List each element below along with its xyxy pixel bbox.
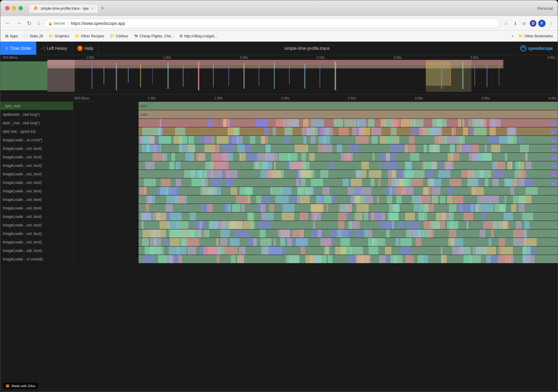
back-button[interactable]: ←	[3, 19, 12, 28]
ellipsis-button[interactable]: …	[550, 121, 556, 125]
flame-rows[interactable]: _dyld_startstartdyldbootst…ned long*)mai…	[0, 102, 558, 392]
stats-icon: 📄	[23, 34, 28, 38]
svg-rect-22	[335, 61, 336, 90]
app-toolbar: Time Order ◁ Left Heavy ? Help simple-ti…	[0, 42, 558, 55]
bookmark-graphics[interactable]: 📁 Graphics	[46, 33, 72, 39]
left-heavy-label: Left Heavy	[47, 46, 67, 51]
svg-rect-21	[319, 64, 320, 87]
flame-row[interactable]: ImageLoade…ool, bool)…	[0, 178, 558, 187]
bookmark-star-icon[interactable]: ☆	[502, 20, 510, 27]
time-label-4s: 4.00s	[547, 56, 555, 59]
svg-rect-8	[128, 67, 129, 83]
flame-row[interactable]: dyld::link…igned int)…	[0, 127, 558, 136]
bookmark-recipes[interactable]: 📁 Other Recipes	[72, 33, 107, 39]
row-bars: start	[73, 102, 558, 110]
flame-row[interactable]: dyld::_mai…ned long*)…	[0, 119, 558, 127]
user-d-icon[interactable]: D	[530, 20, 536, 27]
ellipsis-button[interactable]: …	[550, 129, 556, 134]
bookmark-other[interactable]: 📁 Other Bookmarks	[516, 33, 555, 39]
flame-row[interactable]: ImageLoade…ar const*)…	[0, 136, 558, 144]
bookmark-craigslist-label: http://sfbay.craigsli...	[184, 34, 217, 38]
fg-time-3s: 3.00s	[415, 96, 423, 100]
flame-row[interactable]: ImageLoade…ool, bool)	[0, 221, 558, 229]
flame-row[interactable]: _dyld_startstart	[0, 102, 558, 110]
ellipsis-button[interactable]: …	[550, 138, 556, 142]
fg-time-2s: 2.00s	[281, 96, 289, 100]
row-bars: main	[73, 110, 558, 119]
row-bars	[73, 204, 558, 212]
help-tab[interactable]: ? Help	[72, 42, 98, 55]
gifox-label: Made with Gifox	[12, 384, 36, 388]
flame-row[interactable]: ImageLoade…st&, bool)	[0, 246, 558, 255]
ellipsis-button[interactable]: …	[550, 180, 556, 185]
svg-rect-20	[304, 64, 305, 88]
clothes-folder-icon: 📁	[110, 34, 115, 38]
reload-button[interactable]: ↻	[25, 19, 33, 28]
fg-time-500ms: 500.00ms	[74, 96, 89, 100]
traffic-lights	[5, 6, 23, 10]
more-bookmarks[interactable]: »	[510, 33, 515, 39]
maximize-button[interactable]	[19, 6, 23, 10]
overview-time-axis: 500.00ms 1.00s 1.50s 2.00s 2.50s 3.00s 3…	[0, 55, 558, 60]
forward-button[interactable]: →	[14, 19, 23, 28]
profile-area: 500.00ms 1.00s 1.50s 2.00s 2.50s 3.00s 3…	[0, 55, 558, 392]
bookmark-flights[interactable]: 🐄 Cheap Flights, Che...	[131, 33, 176, 39]
recipes-folder-icon: 📁	[75, 34, 80, 38]
minimize-button[interactable]	[12, 6, 16, 10]
bookmark-stats[interactable]: 📄 Stats.JS	[21, 33, 46, 39]
timeline-overview[interactable]: 500.00ms 1.00s 1.50s 2.00s 2.50s 3.00s 3…	[0, 55, 558, 95]
row-label: ImageLoade…ool, bool)	[0, 153, 73, 161]
flame-row[interactable]: ImageLoade…xt const&)	[0, 255, 558, 263]
flame-row[interactable]: ImageLoade…ool, bool)…	[0, 170, 558, 178]
close-button[interactable]	[5, 6, 9, 10]
flame-row[interactable]: ImageLoade…ool, bool)…	[0, 153, 558, 161]
bookmark-stats-label: Stats.JS	[29, 34, 43, 38]
overview-canvas[interactable]	[0, 60, 558, 92]
flame-row[interactable]: ImageLoade…ool, bool)	[0, 204, 558, 212]
flame-row[interactable]: ImageLoade…ool, bool)…	[0, 161, 558, 170]
bookmark-apps[interactable]: ⊞ Apps	[3, 33, 20, 39]
fg-time-4s: 4.00s	[548, 96, 556, 100]
more-menu-icon[interactable]: ⋮	[547, 20, 555, 27]
time-order-tab[interactable]: Time Order	[0, 42, 36, 55]
extension-icon[interactable]: ⊘	[521, 20, 528, 27]
new-tab-button[interactable]: +	[98, 5, 107, 12]
ellipsis-button[interactable]: …	[550, 155, 556, 159]
flame-row[interactable]: ImageLoade…ool, bool)	[0, 212, 558, 221]
left-heavy-tab[interactable]: ◁ Left Heavy	[36, 42, 72, 55]
svg-rect-16	[243, 63, 245, 89]
address-bar[interactable]: 🔒 Secure | https://www.speedscope.app	[44, 19, 499, 28]
flame-row[interactable]: ImageLoade…ool, bool)	[0, 238, 558, 246]
svg-point-0	[521, 46, 526, 51]
user-f-icon[interactable]: F	[538, 20, 546, 27]
ellipsis-button[interactable]: …	[550, 163, 556, 168]
time-label-25s: 2.50s	[317, 56, 325, 59]
svg-rect-6	[104, 66, 104, 84]
svg-rect-27	[462, 62, 463, 89]
flame-row[interactable]: ImageLoade…ool, bool)	[0, 229, 558, 238]
apps-icon: ⊞	[5, 34, 9, 38]
bookmark-craigslist[interactable]: ☮ http://sfbay.craigsli...	[177, 33, 220, 39]
lock-icon: 🔒	[48, 21, 53, 26]
flame-row[interactable]: ImageLoade…ool, bool)	[0, 195, 558, 204]
svg-rect-29	[487, 63, 487, 87]
speedscope-app: Time Order ◁ Left Heavy ? Help simple-ti…	[0, 42, 558, 392]
flame-row[interactable]: dyldbootst…ned long*)main	[0, 110, 558, 119]
active-tab[interactable]: 🔥 simple-time-profile.trace - spe ×	[29, 4, 98, 13]
bookmark-other-label: Other Bookmarks	[525, 34, 553, 38]
left-arrow-icon: ◁	[41, 45, 45, 51]
flame-row[interactable]: ImageLoade…ool, bool)	[0, 187, 558, 195]
svg-rect-15	[228, 66, 229, 86]
time-order-dot	[5, 47, 8, 50]
flame-row[interactable]: ImageLoade…ool, bool)…	[0, 144, 558, 153]
ellipsis-button[interactable]: …	[550, 172, 556, 176]
info-icon[interactable]: ℹ	[511, 20, 519, 27]
row-bars	[73, 221, 558, 229]
svg-rect-30	[499, 64, 499, 86]
nav-icons: ☆ ℹ ⊘ D F ⋮	[502, 20, 555, 27]
tab-close-button[interactable]: ×	[91, 6, 94, 11]
ellipsis-button[interactable]: …	[550, 146, 556, 151]
secure-indicator: 🔒 Secure	[48, 21, 65, 26]
home-button[interactable]: ⌂	[35, 19, 42, 28]
bookmark-clothes[interactable]: 📁 Clothes	[107, 33, 131, 39]
